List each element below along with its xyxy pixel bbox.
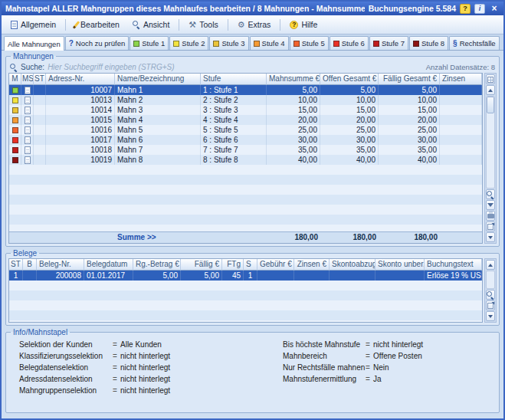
equals-separator: = bbox=[362, 375, 373, 383]
mahnung-row[interactable]: 10017 Mahn 6 6 : Stufe 6 30,00 30,00 30,… bbox=[9, 135, 482, 145]
b-cell bbox=[23, 271, 37, 281]
question-icon: ? bbox=[292, 21, 296, 28]
record-count-label: Anzahl Datensätze: 8 bbox=[426, 63, 495, 71]
tab-stufe-4[interactable]: Stufe 4 bbox=[250, 36, 289, 50]
title-bar[interactable]: Mahnstapel ALLER Mahngruppen dieses Mahn… bbox=[2, 2, 503, 15]
scroll-up-button[interactable] bbox=[486, 260, 495, 270]
col-skontoabzug[interactable]: Skontoabzug € bbox=[330, 259, 375, 271]
filter-button[interactable] bbox=[486, 200, 495, 210]
col-st[interactable]: ST bbox=[34, 74, 46, 85]
col-belegdatum[interactable]: Belegdatum bbox=[84, 259, 133, 271]
col-faellig-gesamt[interactable]: Fällig Gesamt € bbox=[379, 74, 440, 85]
tab-rechtsfaelle[interactable]: §Rechtsfälle bbox=[449, 36, 500, 50]
help-titlebar-button[interactable]: ? bbox=[460, 4, 471, 14]
stufe-cell: 1 : Stufe 1 bbox=[201, 85, 267, 95]
belege-table-header[interactable]: ST B Beleg-Nr. Belegdatum Rg.-Betrag € F… bbox=[9, 259, 482, 271]
info-right-column: Bis höchste Mahnstufe=nicht hinterlegt M… bbox=[283, 340, 490, 395]
tab-stufe-2[interactable]: Stufe 2 bbox=[169, 36, 208, 50]
col-m[interactable]: M bbox=[9, 74, 21, 85]
adress-nr-cell: 10019 bbox=[46, 155, 115, 165]
arrow-down-icon bbox=[488, 236, 493, 239]
mahnung-row[interactable]: 10007 Mahn 1 1 : Stufe 1 5,00 5,00 5,00 bbox=[9, 85, 482, 95]
col-beleg-nr[interactable]: Beleg-Nr. bbox=[37, 259, 84, 271]
col-adress-nr[interactable]: Adress-Nr. bbox=[46, 74, 115, 85]
scroll-down-button[interactable] bbox=[486, 232, 495, 242]
scrollbar-thumb[interactable] bbox=[487, 97, 494, 113]
info-titlebar-button[interactable]: i bbox=[474, 4, 485, 14]
vertical-scrollbar[interactable] bbox=[486, 96, 495, 189]
vertical-scrollbar[interactable] bbox=[486, 271, 495, 289]
equals-separator: = bbox=[362, 363, 373, 372]
close-button[interactable]: × bbox=[489, 4, 500, 14]
col-gebuehr[interactable]: Gebühr € bbox=[257, 259, 294, 271]
name-cell: Mahn 4 bbox=[115, 115, 201, 125]
grid-icon bbox=[487, 77, 494, 83]
col-zinsen[interactable]: Zinsen € bbox=[294, 259, 330, 271]
print-button[interactable] bbox=[486, 211, 495, 221]
col-zinsen[interactable]: Zinsen bbox=[440, 74, 482, 85]
mahnungen-group-label: Mahnungen bbox=[11, 52, 56, 61]
mahnung-row[interactable]: 10018 Mahn 7 7 : Stufe 7 35,00 35,00 35,… bbox=[9, 145, 482, 155]
col-rg-betrag[interactable]: Rg.-Betrag € bbox=[133, 259, 181, 271]
buchungstext-cell: Erlöse 19 % USt bbox=[425, 271, 482, 281]
stufe-cell: 7 : Stufe 7 bbox=[201, 145, 267, 155]
scroll-down-button[interactable] bbox=[486, 311, 495, 321]
mahnung-row[interactable]: 10019 Mahn 8 8 : Stufe 8 40,00 40,00 40,… bbox=[9, 155, 482, 165]
hilfe-button[interactable]: ? Hilfe bbox=[284, 18, 323, 31]
search-row: Suche: Hier Suchbegriff eingeben (STRG+S… bbox=[8, 61, 497, 73]
st-cell bbox=[34, 105, 46, 115]
tab-label: Rechtsfälle bbox=[460, 39, 496, 48]
mahnung-row[interactable]: 10013 Mahn 2 2 : Stufe 2 10,00 10,00 10,… bbox=[9, 95, 482, 105]
document-icon bbox=[25, 156, 31, 164]
faellig-cell: 20,00 bbox=[379, 115, 440, 125]
allgemein-button[interactable]: Allgemein bbox=[5, 18, 62, 31]
empty-cell bbox=[201, 232, 267, 243]
col-st[interactable]: ST bbox=[9, 259, 23, 271]
zoom-button[interactable] bbox=[486, 189, 495, 199]
col-s[interactable]: S bbox=[244, 259, 257, 271]
mahnung-row[interactable]: 10014 Mahn 3 3 : Stufe 3 15,00 15,00 15,… bbox=[9, 105, 482, 115]
beleg-row[interactable]: 1 200008 01.01.2017 5,00 5,00 45 1 bbox=[9, 271, 482, 281]
col-skonto-unber[interactable]: Skonto unber. € bbox=[375, 259, 425, 271]
tab-label: Stufe 6 bbox=[342, 39, 365, 48]
stufe-8-color-icon bbox=[413, 41, 419, 47]
export-button[interactable] bbox=[486, 300, 495, 310]
tab-noch-zu-pruefen[interactable]: ?Noch zu prüfen bbox=[65, 36, 130, 50]
export-button[interactable] bbox=[486, 221, 495, 231]
col-buchungstext[interactable]: Buchungstext bbox=[425, 259, 482, 271]
col-name[interactable]: Name/Bezeichnung bbox=[115, 74, 201, 85]
help-icon: ? bbox=[290, 21, 298, 29]
col-mahnsumme[interactable]: Mahnsumme € bbox=[267, 74, 320, 85]
col-b[interactable]: B bbox=[23, 259, 37, 271]
extras-button[interactable]: ⚙ Extras bbox=[231, 18, 277, 31]
col-stufe[interactable]: Stufe bbox=[201, 74, 267, 85]
bearbeiten-button[interactable]: Bearbeiten bbox=[69, 18, 126, 31]
tools-button[interactable]: ⚒ Tools bbox=[182, 18, 224, 31]
ansicht-button[interactable]: Ansicht bbox=[126, 18, 175, 31]
stufe-color-icon bbox=[12, 87, 18, 94]
scroll-up-button[interactable] bbox=[486, 85, 495, 95]
zoom-button[interactable] bbox=[486, 290, 495, 300]
tab-stufe-7[interactable]: Stufe 7 bbox=[369, 36, 408, 50]
tab-stufe-3[interactable]: Stufe 3 bbox=[209, 36, 248, 50]
printer-icon bbox=[487, 214, 494, 218]
adress-nr-cell: 10017 bbox=[46, 135, 115, 145]
mahnung-row[interactable]: 10016 Mahn 5 5 : Stufe 5 25,00 25,00 25,… bbox=[9, 125, 482, 135]
tab-stufe-1[interactable]: Stufe 1 bbox=[130, 36, 169, 50]
col-offen-gesamt[interactable]: Offen Gesamt € bbox=[320, 74, 379, 85]
tab-stufe-6[interactable]: Stufe 6 bbox=[330, 36, 369, 50]
col-ftg[interactable]: FTg bbox=[222, 259, 244, 271]
mahnungen-table-header[interactable]: M MS ST Adress-Nr. Name/Bezeichnung Stuf… bbox=[9, 74, 482, 85]
offen-cell: 40,00 bbox=[320, 155, 379, 165]
col-ms[interactable]: MS bbox=[21, 74, 34, 85]
mahnung-row[interactable]: 10015 Mahn 4 4 : Stufe 4 20,00 20,00 20,… bbox=[9, 115, 482, 125]
search-input[interactable]: Hier Suchbegriff eingeben (STRG+S) bbox=[48, 63, 174, 71]
tab-stufe-8[interactable]: Stufe 8 bbox=[409, 36, 448, 50]
empty-cell bbox=[34, 232, 46, 243]
stufe-cell: 3 : Stufe 3 bbox=[201, 105, 267, 115]
st-cell bbox=[34, 145, 46, 155]
tab-alle-mahnungen[interactable]: Alle Mahnungen bbox=[4, 36, 64, 51]
tab-stufe-5[interactable]: Stufe 5 bbox=[290, 36, 329, 50]
column-options-button[interactable] bbox=[486, 74, 495, 84]
col-faellig[interactable]: Fällig € bbox=[181, 259, 222, 271]
